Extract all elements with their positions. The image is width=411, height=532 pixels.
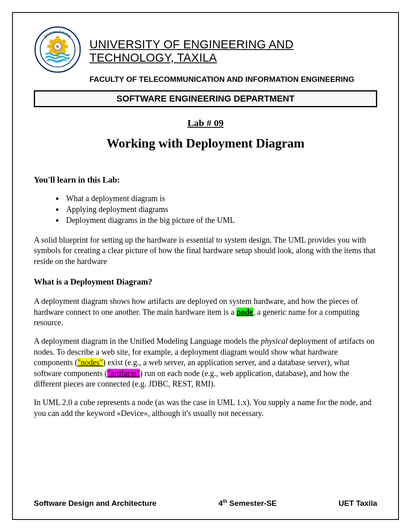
learn-bullets: What a deployment diagram is Applying de… <box>64 193 377 226</box>
svg-rect-7 <box>47 45 51 48</box>
lab-number: Lab # 09 <box>34 118 377 129</box>
highlight-nodes: "nodes" <box>77 358 103 367</box>
university-logo: ENGINEERING • TAXILA • <box>34 26 81 73</box>
footer-center-num: 4 <box>218 499 223 507</box>
footer-right: UET Taxila <box>338 499 377 508</box>
header-text-block: UNIVERSITY OF ENGINEERING AND TECHNOLOGY… <box>89 26 377 84</box>
paragraph: A deployment diagram in the Unified Mode… <box>34 336 377 389</box>
highlight-artifacts: "artifacts" <box>107 369 140 378</box>
footer-center: 4th Semester-SE <box>218 499 276 508</box>
list-item: Deployment diagrams in the big picture o… <box>64 215 377 226</box>
svg-rect-8 <box>64 45 68 48</box>
section-heading: What is a Deployment Diagram? <box>34 277 377 287</box>
footer-center-sup: th <box>223 499 227 504</box>
paragraph: In UML 2.0 a cube represents a node (as … <box>34 397 377 418</box>
paragraph: A deployment diagram shows how artifacts… <box>34 296 377 328</box>
text-run: A deployment diagram in the Unified Mode… <box>34 337 261 345</box>
list-item: What a deployment diagram is <box>64 193 377 204</box>
highlight-node: node <box>237 308 253 316</box>
intro-paragraph: A solid blueprint for setting up the har… <box>34 235 377 266</box>
page: ENGINEERING • TAXILA • <box>0 0 411 532</box>
content-frame: ENGINEERING • TAXILA • <box>12 12 399 520</box>
department-box: SOFTWARE ENGINEERING DEPARTMENT <box>34 90 377 107</box>
content-body: You'll learn in this Lab: What a deploym… <box>34 175 377 426</box>
faculty-name: FACULTY OF TELECOMMUNICATION AND INFORMA… <box>89 75 377 84</box>
italic-word: physical <box>261 337 288 345</box>
header-row: ENGINEERING • TAXILA • <box>34 26 377 84</box>
footer-left: Software Design and Architecture <box>34 499 156 508</box>
learn-heading: You'll learn in this Lab: <box>34 175 377 185</box>
footer: Software Design and Architecture 4th Sem… <box>34 499 377 508</box>
document-title: Working with Deployment Diagram <box>34 136 377 151</box>
svg-point-15 <box>56 45 59 48</box>
footer-center-rest: Semester-SE <box>227 499 277 507</box>
svg-rect-5 <box>56 36 59 40</box>
list-item: Applying deployment diagrams <box>64 204 377 215</box>
university-name: UNIVERSITY OF ENGINEERING AND TECHNOLOGY… <box>89 38 377 64</box>
